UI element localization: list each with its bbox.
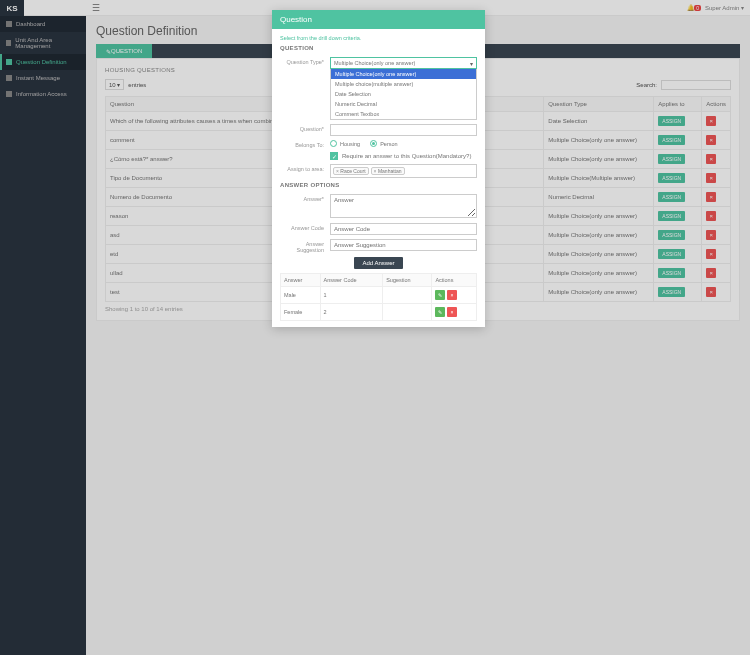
qtype-option[interactable]: Numeric Decimal <box>331 99 476 109</box>
code-label: Answer Code <box>280 223 324 231</box>
anscol-actions: Actions <box>432 274 477 287</box>
radio-icon <box>370 140 377 147</box>
cell-actions: ✎ × <box>432 287 477 304</box>
edit-icon[interactable]: ✎ <box>435 290 445 300</box>
qtype-option[interactable]: Comment Textbox <box>331 109 476 119</box>
question-input[interactable] <box>330 124 477 136</box>
modal-title: Question <box>272 10 485 29</box>
edit-icon[interactable]: ✎ <box>435 307 445 317</box>
sugg-label: Answer Suggestion <box>280 239 324 253</box>
cell-answer: Male <box>281 287 321 304</box>
qtype-select[interactable]: Multiple Choice(only one answer) <box>330 57 477 69</box>
belongs-label: Belongs To: <box>280 140 324 148</box>
cell-sugg <box>383 304 432 321</box>
assign-tags[interactable]: Race Court Manhattan <box>330 164 477 178</box>
mandatory-label: Require an answer to this Question(Manda… <box>342 153 471 159</box>
modal-hint: Select from the drill down criteria. <box>280 35 477 41</box>
qtype-dropdown: Multiple Choice(only one answer) Multipl… <box>330 69 477 120</box>
answer-label: Answer* <box>280 194 324 202</box>
table-row: Female2✎ × <box>281 304 477 321</box>
anscol-code: Answer Code <box>320 274 383 287</box>
question-modal: Question Select from the drill down crit… <box>272 10 485 327</box>
assign-label: Assign to area: <box>280 164 324 172</box>
cell-actions: ✎ × <box>432 304 477 321</box>
belongs-person[interactable]: Person <box>370 140 397 147</box>
sugg-input[interactable] <box>330 239 477 251</box>
add-answer-button[interactable]: Add Answer <box>354 257 402 269</box>
anscol-answer: Answer <box>281 274 321 287</box>
section-answers: ANSWER OPTIONS <box>280 182 477 188</box>
cell-sugg <box>383 287 432 304</box>
anscol-sugg: Sugestion <box>383 274 432 287</box>
qtype-option[interactable]: Date Selection <box>331 89 476 99</box>
section-question: QUESTION <box>280 45 477 51</box>
belongs-housing[interactable]: Housing <box>330 140 360 147</box>
delete-icon[interactable]: × <box>447 307 457 317</box>
radio-icon <box>330 140 337 147</box>
cell-answer: Female <box>281 304 321 321</box>
qtype-option[interactable]: Multiple Choice(only one answer) <box>331 69 476 79</box>
qtype-label: Question Type* <box>280 57 324 65</box>
cell-code: 1 <box>320 287 383 304</box>
tag[interactable]: Manhattan <box>371 167 405 175</box>
tag[interactable]: Race Court <box>333 167 369 175</box>
code-input[interactable] <box>330 223 477 235</box>
mandatory-checkbox[interactable]: ✓ <box>330 152 338 160</box>
answer-input[interactable] <box>330 194 477 218</box>
delete-icon[interactable]: × <box>447 290 457 300</box>
qtype-option[interactable]: Multiple choice(multiple answer) <box>331 79 476 89</box>
table-row: Male1✎ × <box>281 287 477 304</box>
question-label: Question* <box>280 124 324 132</box>
cell-code: 2 <box>320 304 383 321</box>
answers-table: Answer Answer Code Sugestion Actions Mal… <box>280 273 477 321</box>
